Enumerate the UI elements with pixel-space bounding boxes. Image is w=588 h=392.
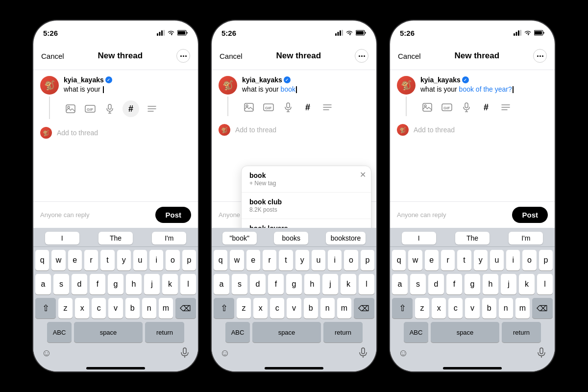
key-q[interactable]: q bbox=[392, 250, 406, 270]
key-j[interactable]: j bbox=[501, 274, 516, 294]
add-to-thread-row[interactable]: 🐒 Add to thread bbox=[390, 120, 555, 138]
key-space[interactable]: space bbox=[431, 322, 499, 343]
key-h[interactable]: h bbox=[126, 274, 142, 294]
key-m[interactable]: m bbox=[337, 298, 351, 318]
suggestion-2[interactable]: I'm bbox=[509, 232, 543, 245]
key-b[interactable]: b bbox=[125, 298, 140, 318]
key-⌫[interactable]: ⌫ bbox=[354, 298, 374, 318]
key-g[interactable]: g bbox=[465, 274, 480, 294]
gif-icon[interactable]: GIF bbox=[440, 100, 454, 114]
key-f[interactable]: f bbox=[268, 274, 284, 294]
key-k[interactable]: k bbox=[519, 274, 535, 294]
compose-area[interactable]: 🐒 kyia_kayaks ✓ what is your book GIF # bbox=[212, 70, 376, 120]
key-⇧[interactable]: ⇧ bbox=[35, 298, 56, 318]
key-abc[interactable]: ABC bbox=[225, 322, 250, 343]
key-k[interactable]: k bbox=[341, 274, 356, 294]
key-u[interactable]: u bbox=[490, 250, 504, 270]
key-space[interactable]: space bbox=[252, 322, 321, 343]
compose-text[interactable]: what is your book of the year? bbox=[420, 85, 548, 95]
key-return[interactable]: return bbox=[145, 322, 184, 343]
key-l[interactable]: l bbox=[359, 274, 374, 294]
key-i[interactable]: i bbox=[506, 250, 520, 270]
key-z[interactable]: z bbox=[415, 298, 429, 318]
key-l[interactable]: l bbox=[537, 274, 553, 294]
key-g[interactable]: g bbox=[108, 274, 123, 294]
key-d[interactable]: d bbox=[428, 274, 444, 294]
key-y[interactable]: y bbox=[117, 250, 131, 270]
key-n[interactable]: n bbox=[142, 298, 156, 318]
key-z[interactable]: z bbox=[237, 298, 251, 318]
more-button[interactable] bbox=[533, 49, 547, 63]
key-v[interactable]: v bbox=[465, 298, 479, 318]
key-q[interactable]: q bbox=[214, 250, 227, 270]
key-k[interactable]: k bbox=[162, 274, 178, 294]
key-x[interactable]: x bbox=[253, 298, 268, 318]
gif-icon[interactable]: GIF bbox=[262, 100, 275, 114]
key-a[interactable]: a bbox=[392, 274, 408, 294]
key-w[interactable]: w bbox=[408, 250, 422, 270]
post-button[interactable]: Post bbox=[155, 207, 191, 223]
dictation-icon[interactable] bbox=[356, 345, 370, 360]
suggestion-0[interactable]: I bbox=[402, 232, 436, 245]
compose-area[interactable]: 🐒 kyia_kayaks ✓ what is your GIF # bbox=[33, 70, 198, 123]
key-i[interactable]: i bbox=[149, 250, 163, 270]
key-h[interactable]: h bbox=[483, 274, 498, 294]
key-f[interactable]: f bbox=[90, 274, 105, 294]
key-i[interactable]: i bbox=[328, 250, 342, 270]
suggestion-0[interactable]: I bbox=[45, 232, 79, 245]
key-t[interactable]: t bbox=[457, 250, 471, 270]
key-c[interactable]: c bbox=[92, 298, 106, 318]
mic-icon[interactable] bbox=[281, 100, 295, 114]
key-l[interactable]: l bbox=[180, 274, 196, 294]
suggestion-2[interactable]: bookstore bbox=[326, 232, 366, 245]
list-icon[interactable] bbox=[320, 100, 334, 114]
key-d[interactable]: d bbox=[72, 274, 87, 294]
post-button[interactable]: Post bbox=[512, 207, 548, 223]
cancel-button[interactable]: Cancel bbox=[220, 52, 243, 60]
emoji-icon[interactable]: ☺ bbox=[39, 345, 54, 360]
key-x[interactable]: x bbox=[75, 298, 89, 318]
key-u[interactable]: u bbox=[312, 250, 325, 270]
key-z[interactable]: z bbox=[58, 298, 73, 318]
key-n[interactable]: n bbox=[320, 298, 335, 318]
compose-text[interactable]: what is your book bbox=[242, 85, 369, 95]
key-e[interactable]: e bbox=[425, 250, 439, 270]
key-r[interactable]: r bbox=[84, 250, 98, 270]
key-abc[interactable]: ABC bbox=[47, 322, 72, 343]
key-n[interactable]: n bbox=[499, 298, 513, 318]
image-icon[interactable] bbox=[242, 100, 256, 114]
suggestion-1[interactable]: The bbox=[98, 232, 133, 245]
suggestion-1[interactable]: The bbox=[455, 232, 490, 245]
key-e[interactable]: e bbox=[246, 250, 260, 270]
mic-icon[interactable] bbox=[460, 100, 473, 114]
key-a[interactable]: a bbox=[35, 274, 51, 294]
key-s[interactable]: s bbox=[410, 274, 426, 294]
key-b[interactable]: b bbox=[482, 298, 496, 318]
tag-item-2[interactable]: book lovers 7.3K posts bbox=[242, 219, 371, 228]
key-r[interactable]: r bbox=[441, 250, 455, 270]
key-o[interactable]: o bbox=[166, 250, 179, 270]
more-button[interactable] bbox=[355, 49, 368, 63]
key-p[interactable]: p bbox=[361, 250, 374, 270]
key-r[interactable]: r bbox=[263, 250, 276, 270]
key-m[interactable]: m bbox=[159, 298, 173, 318]
key-f[interactable]: f bbox=[446, 274, 462, 294]
key-b[interactable]: b bbox=[304, 298, 318, 318]
add-to-thread-row[interactable]: 🐒 Add to thread bbox=[212, 120, 376, 138]
key-q[interactable]: q bbox=[35, 250, 49, 270]
key-g[interactable]: g bbox=[286, 274, 302, 294]
key-s[interactable]: s bbox=[53, 274, 69, 294]
key-m[interactable]: m bbox=[515, 298, 530, 318]
tag-item-0[interactable]: book + New tag bbox=[242, 166, 371, 193]
key-return[interactable]: return bbox=[323, 322, 363, 343]
suggestion-0[interactable]: "book" bbox=[222, 232, 257, 245]
key-w[interactable]: w bbox=[230, 250, 244, 270]
key-d[interactable]: d bbox=[250, 274, 266, 294]
key-y[interactable]: y bbox=[295, 250, 309, 270]
suggestion-2[interactable]: I'm bbox=[152, 232, 186, 245]
add-to-thread-row[interactable]: 🐒 Add to thread bbox=[33, 123, 198, 141]
key-e[interactable]: e bbox=[68, 250, 82, 270]
hashtag-icon[interactable]: # bbox=[122, 100, 139, 117]
key-c[interactable]: c bbox=[270, 298, 284, 318]
compose-text[interactable]: what is your bbox=[64, 85, 191, 95]
